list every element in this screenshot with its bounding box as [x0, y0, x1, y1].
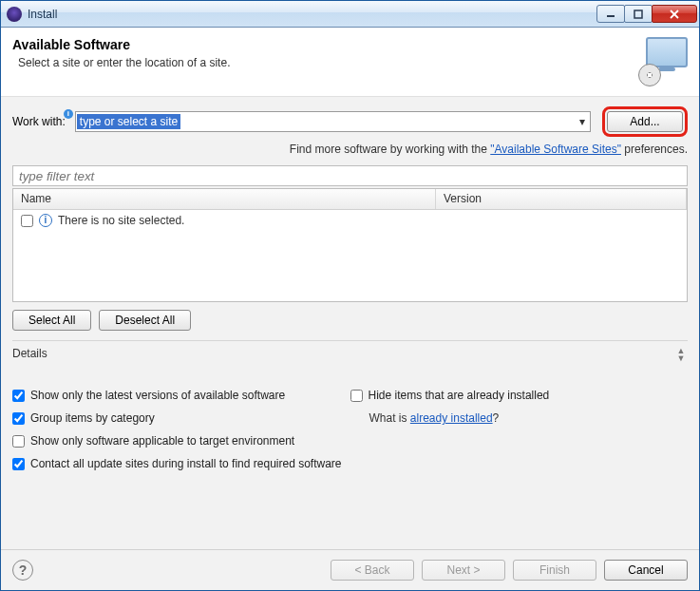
page-title: Available Software: [12, 37, 631, 52]
opt-hide-installed[interactable]: Hide items that are already installed: [350, 389, 689, 402]
opt-group[interactable]: Group items by category: [12, 411, 350, 425]
cancel-button[interactable]: Cancel: [604, 560, 688, 581]
add-button[interactable]: Add...: [607, 111, 683, 132]
whatis-text: What is already installed?: [350, 411, 689, 425]
next-button: Next >: [422, 560, 505, 581]
tree-row-checkbox[interactable]: [21, 215, 33, 227]
software-tree[interactable]: Name Version i There is no site selected…: [12, 188, 688, 302]
details-resize-handle[interactable]: ▲▼: [674, 347, 688, 362]
info-icon: i: [39, 214, 52, 227]
back-button: < Back: [331, 560, 414, 581]
help-icon[interactable]: ?: [12, 560, 33, 581]
details-section: ▲▼ Details: [12, 340, 688, 377]
opt-group-checkbox[interactable]: [12, 412, 25, 425]
opt-latest[interactable]: Show only the latest versions of availab…: [12, 389, 350, 402]
deselect-all-button[interactable]: Deselect All: [99, 310, 191, 331]
page-subtitle: Select a site or enter the location of a…: [18, 56, 631, 69]
column-name[interactable]: Name: [13, 189, 436, 209]
maximize-button[interactable]: [624, 5, 653, 23]
opt-latest-checkbox[interactable]: [12, 390, 25, 402]
info-badge-icon: i: [64, 109, 73, 119]
opt-contact-all-checkbox[interactable]: [12, 458, 25, 470]
chevron-down-icon[interactable]: ▾: [575, 115, 590, 128]
wizard-header: Available Software Select a site or ente…: [1, 28, 699, 97]
opt-hide-installed-checkbox[interactable]: [350, 390, 363, 402]
tree-empty-message: There is no site selected.: [58, 214, 184, 227]
content-area: Work with: i type or select a site ▾ Add…: [1, 97, 699, 549]
workwith-combo[interactable]: type or select a site ▾: [75, 111, 591, 132]
opt-applicable-checkbox[interactable]: [12, 435, 25, 448]
install-icon: [640, 37, 688, 85]
already-installed-link[interactable]: already installed: [410, 411, 493, 425]
workwith-placeholder: type or select a site: [77, 114, 180, 129]
minimize-button[interactable]: [596, 5, 625, 23]
app-icon: [7, 7, 22, 22]
tree-header: Name Version: [13, 189, 687, 210]
tree-empty-row: i There is no site selected.: [21, 214, 679, 227]
filter-input[interactable]: [12, 165, 688, 186]
column-version[interactable]: Version: [436, 189, 687, 209]
finish-button: Finish: [513, 560, 596, 581]
titlebar: Install: [1, 1, 699, 28]
details-label: Details: [12, 347, 688, 360]
window-title: Install: [28, 8, 57, 21]
workwith-label: Work with: i: [12, 115, 69, 128]
options-grid: Show only the latest versions of availab…: [12, 389, 688, 470]
opt-contact-all[interactable]: Contact all update sites during install …: [12, 457, 688, 470]
opt-applicable[interactable]: Show only software applicable to target …: [12, 434, 350, 448]
add-button-highlight: Add...: [602, 106, 688, 137]
svg-rect-1: [634, 10, 642, 18]
close-button[interactable]: [652, 5, 697, 23]
available-sites-link[interactable]: "Available Software Sites": [490, 143, 621, 156]
select-all-button[interactable]: Select All: [12, 310, 91, 331]
footer: ? < Back Next > Finish Cancel: [1, 549, 699, 590]
hint-text: Find more software by working with the "…: [12, 143, 688, 156]
